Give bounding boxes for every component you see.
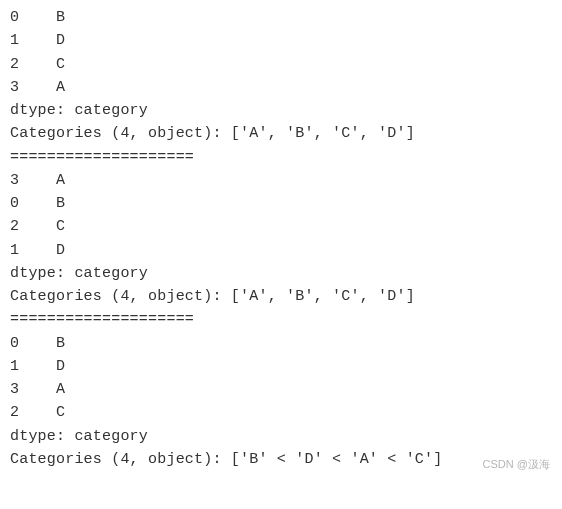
series-row: 1 D [10, 355, 552, 378]
row-value: A [56, 381, 65, 398]
categories-line: Categories (4, object): ['A', 'B', 'C', … [10, 122, 552, 145]
row-value: B [56, 335, 65, 352]
row-value: D [56, 32, 65, 49]
row-index: 1 [10, 32, 19, 49]
series-row: 2 C [10, 401, 552, 424]
series-row: 2 C [10, 215, 552, 238]
row-value: B [56, 9, 65, 26]
series-row: 3 A [10, 76, 552, 99]
row-value: C [56, 56, 65, 73]
row-index: 2 [10, 56, 19, 73]
row-value: A [56, 172, 65, 189]
row-index: 0 [10, 195, 19, 212]
row-index: 3 [10, 172, 19, 189]
series-row: 0 B [10, 192, 552, 215]
row-index: 1 [10, 242, 19, 259]
separator: ==================== [10, 308, 552, 331]
row-value: B [56, 195, 65, 212]
watermark: CSDN @汲海 [483, 456, 550, 473]
row-value: C [56, 218, 65, 235]
row-value: A [56, 79, 65, 96]
row-index: 1 [10, 358, 19, 375]
series-row: 1 D [10, 29, 552, 52]
row-index: 3 [10, 79, 19, 96]
separator: ==================== [10, 146, 552, 169]
dtype-line: dtype: category [10, 425, 552, 448]
row-index: 2 [10, 218, 19, 235]
row-index: 2 [10, 404, 19, 421]
row-value: C [56, 404, 65, 421]
dtype-line: dtype: category [10, 262, 552, 285]
categories-line: Categories (4, object): ['A', 'B', 'C', … [10, 285, 552, 308]
series-row: 0 B [10, 332, 552, 355]
series-row: 1 D [10, 239, 552, 262]
row-index: 3 [10, 381, 19, 398]
row-index: 0 [10, 9, 19, 26]
row-value: D [56, 242, 65, 259]
dtype-line: dtype: category [10, 99, 552, 122]
series-row: 0 B [10, 6, 552, 29]
series-row: 2 C [10, 53, 552, 76]
series-row: 3 A [10, 169, 552, 192]
series-row: 3 A [10, 378, 552, 401]
categories-line: Categories (4, object): ['B' < 'D' < 'A'… [10, 448, 552, 471]
row-index: 0 [10, 335, 19, 352]
row-value: D [56, 358, 65, 375]
